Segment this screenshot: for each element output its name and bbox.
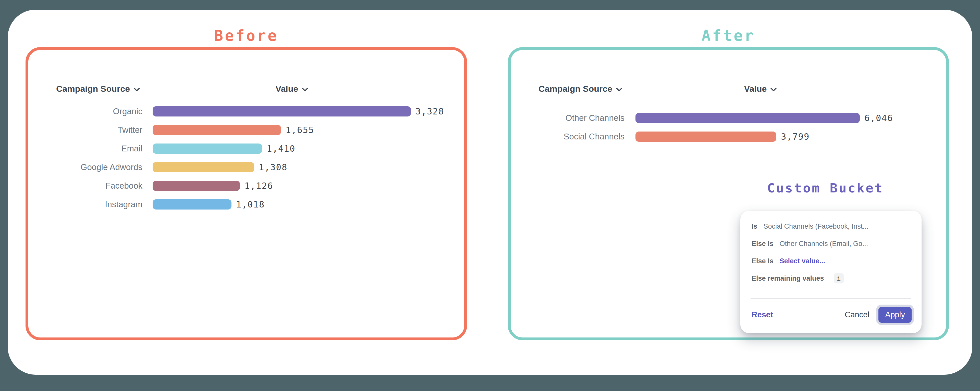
- table-row: Twitter 1,655: [28, 125, 464, 135]
- after-value-header[interactable]: Value: [722, 83, 799, 95]
- table-row: Organic 3,328: [28, 106, 464, 117]
- bar-value: 1,410: [267, 144, 295, 154]
- rule-operator-label: Else Is: [752, 257, 773, 265]
- remaining-values-label: Else remaining values: [752, 274, 824, 282]
- apply-button[interactable]: Apply: [878, 307, 912, 323]
- bar-other-channels: [635, 113, 860, 123]
- chevron-down-icon: [616, 87, 622, 92]
- before-bar-chart: Organic 3,328 Twitter 1,655 Email 1,410 …: [28, 106, 464, 209]
- select-value-link[interactable]: Select value...: [780, 257, 825, 265]
- bar-google-adwords: [153, 162, 254, 172]
- after-bar-chart: Other Channels 6,046 Social Channels 3,7…: [511, 113, 946, 142]
- category-label: Instagram: [28, 199, 142, 209]
- rule-operator-label: Else Is: [752, 240, 773, 248]
- category-label: Social Channels: [511, 132, 625, 141]
- bar-value: 3,799: [781, 131, 810, 142]
- table-row: Facebook 1,126: [28, 181, 464, 191]
- custom-bucket-title: Custom Bucket: [759, 180, 892, 196]
- bar-value: 1,308: [259, 162, 287, 172]
- rule-value-social-channels[interactable]: Social Channels (Facebook, Inst...: [764, 223, 869, 230]
- bar-value: 1,655: [286, 125, 314, 135]
- bar-value: 1,126: [245, 181, 273, 191]
- table-row: Social Channels 3,799: [511, 131, 946, 142]
- before-panel: Campaign Source Value Organic 3,328 Twit…: [25, 47, 467, 340]
- info-icon[interactable]: i: [834, 273, 844, 283]
- chevron-down-icon: [134, 87, 140, 92]
- custom-bucket-dialog: Is Social Channels (Facebook, Inst... El…: [740, 211, 921, 333]
- category-label: Other Channels: [511, 113, 625, 123]
- category-label: Twitter: [28, 125, 142, 135]
- category-label: Email: [28, 144, 142, 154]
- bar-value: 6,046: [864, 113, 893, 123]
- table-row: Instagram 1,018: [28, 199, 464, 209]
- main-card: Before Campaign Source Value Organic 3,3…: [8, 9, 972, 375]
- before-title: Before: [25, 27, 467, 44]
- cancel-button[interactable]: Cancel: [845, 310, 870, 320]
- before-source-header[interactable]: Campaign Source: [56, 83, 140, 95]
- bar-twitter: [153, 125, 281, 135]
- bar-facebook: [153, 181, 240, 191]
- table-row: Google Adwords 1,308: [28, 162, 464, 172]
- bar-social-channels: [635, 131, 776, 142]
- bar-email: [153, 144, 262, 154]
- before-value-header[interactable]: Value: [254, 83, 330, 95]
- reset-button[interactable]: Reset: [752, 310, 773, 320]
- bucket-rule-row: Else Is Other Channels (Email, Go...: [752, 238, 914, 249]
- bucket-rule-row: Is Social Channels (Facebook, Inst...: [752, 221, 914, 232]
- bucket-rule-row: Else Is Select value...: [752, 255, 914, 267]
- rule-value-other-channels[interactable]: Other Channels (Email, Go...: [780, 240, 868, 248]
- category-label: Organic: [28, 106, 142, 116]
- category-label: Google Adwords: [28, 162, 142, 172]
- divider: [751, 298, 912, 299]
- before-source-header-label: Campaign Source: [56, 84, 130, 94]
- after-title: After: [508, 27, 949, 44]
- bucket-rule-row: Else remaining values i: [752, 273, 914, 284]
- chevron-down-icon: [302, 87, 308, 92]
- chevron-down-icon: [770, 87, 777, 92]
- before-value-header-label: Value: [275, 84, 298, 94]
- bar-instagram: [153, 199, 231, 209]
- table-row: Other Channels 6,046: [511, 113, 946, 123]
- table-row: Email 1,410: [28, 144, 464, 154]
- after-source-header-label: Campaign Source: [538, 84, 612, 94]
- rule-operator-label: Is: [752, 223, 757, 230]
- bar-value: 1,018: [236, 199, 265, 209]
- bar-value: 3,328: [415, 106, 444, 117]
- after-source-header[interactable]: Campaign Source: [538, 83, 622, 95]
- after-value-header-label: Value: [744, 84, 767, 94]
- category-label: Facebook: [28, 181, 142, 191]
- bar-organic: [153, 106, 411, 117]
